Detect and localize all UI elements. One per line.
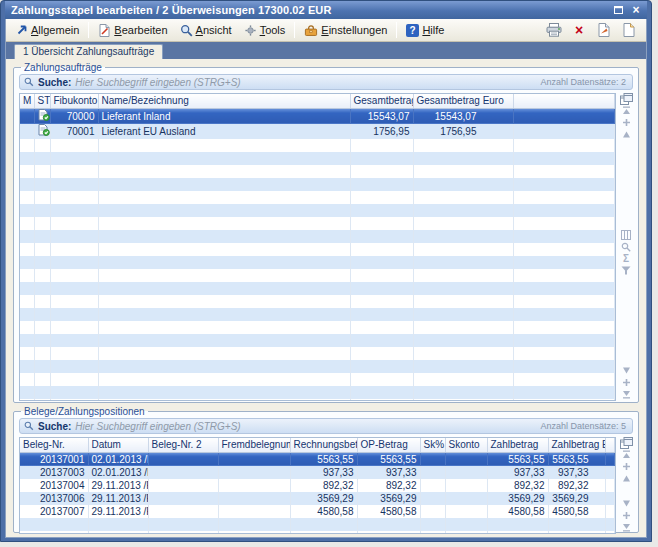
search-bar-auftraege[interactable]: Suche: Anzahl Datensätze: 2 bbox=[19, 74, 633, 90]
column-header[interactable]: Name/Bezeichnung bbox=[98, 94, 350, 108]
table-row[interactable]: 70001Lieferant EU Ausland1756,951756,95 bbox=[20, 124, 615, 139]
table-row[interactable] bbox=[20, 531, 615, 535]
table-row[interactable]: 2013700102.01.2013 /Mi5563,555563,555563… bbox=[20, 452, 615, 466]
table-row[interactable] bbox=[20, 282, 615, 295]
column-header[interactable]: Fibukonto bbox=[50, 94, 98, 108]
close-button[interactable]: × bbox=[628, 3, 644, 17]
table-row[interactable] bbox=[20, 230, 615, 243]
table-row[interactable]: 2013700302.01.2013 /Mi937,33937,33937,33… bbox=[20, 466, 615, 479]
filter-button[interactable] bbox=[621, 266, 632, 275]
table-row[interactable] bbox=[20, 256, 615, 269]
export-button[interactable] bbox=[595, 22, 613, 38]
menu-hilfe[interactable]: ?Hilfe bbox=[400, 21, 450, 40]
insert-row-button[interactable] bbox=[621, 462, 632, 471]
table-row[interactable] bbox=[20, 152, 615, 165]
go-last-button[interactable] bbox=[621, 390, 632, 399]
cell bbox=[350, 230, 413, 243]
table-row[interactable] bbox=[20, 399, 615, 402]
table-row[interactable] bbox=[20, 518, 615, 531]
table-row[interactable] bbox=[20, 373, 615, 386]
search-icon bbox=[24, 77, 34, 87]
column-header[interactable]: Datum bbox=[88, 438, 148, 452]
table-row[interactable] bbox=[20, 191, 615, 204]
go-next-button[interactable] bbox=[621, 499, 632, 508]
column-header[interactable]: Zahlbetrag bbox=[487, 438, 548, 452]
search-input-auftraege[interactable] bbox=[75, 77, 536, 88]
column-header[interactable]: Zahlbetrag Euro bbox=[548, 438, 605, 452]
cell-filler bbox=[513, 282, 615, 295]
cell: 5563,55 bbox=[487, 452, 548, 466]
column-header[interactable]: Rechnungsbetrag bbox=[290, 438, 357, 452]
table-row[interactable]: 70000Lieferant Inland15543,0715543,07 bbox=[20, 108, 615, 124]
cell: 4580,58 bbox=[290, 505, 357, 518]
menu-tools[interactable]: Tools bbox=[238, 21, 292, 40]
sum-button[interactable]: Σ bbox=[621, 254, 632, 263]
table-row[interactable] bbox=[20, 204, 615, 217]
new-button[interactable] bbox=[620, 22, 638, 38]
print-button[interactable] bbox=[545, 22, 563, 38]
cell: 29.11.2013 /Fr bbox=[88, 505, 148, 518]
column-header[interactable]: Beleg-Nr. bbox=[20, 438, 88, 452]
cell bbox=[148, 466, 218, 479]
grid-auftraege: MSTFibukontoName/BezeichnungGesamtbetrag… bbox=[19, 93, 616, 401]
go-last-button[interactable] bbox=[621, 523, 632, 532]
table-row[interactable] bbox=[20, 243, 615, 256]
table-row[interactable] bbox=[20, 386, 615, 399]
table-row[interactable] bbox=[20, 334, 615, 347]
menu-einstellungen[interactable]: Einstellungen bbox=[298, 21, 393, 40]
go-first-button[interactable] bbox=[621, 450, 632, 459]
table-row[interactable] bbox=[20, 139, 615, 152]
search-bar-positionen[interactable]: Suche: Anzahl Datensätze: 5 bbox=[19, 418, 633, 434]
insert-row-button[interactable] bbox=[621, 378, 632, 387]
maximize-button[interactable] bbox=[610, 3, 626, 17]
go-first-button[interactable] bbox=[621, 106, 632, 115]
column-header[interactable]: Beleg-Nr. 2 bbox=[148, 438, 218, 452]
table-row[interactable] bbox=[20, 217, 615, 230]
column-chooser-button[interactable] bbox=[621, 438, 632, 447]
cell: 3569,29 bbox=[357, 492, 420, 505]
cell-filler bbox=[513, 139, 615, 152]
column-header[interactable]: Gesamtbetrag Euro bbox=[413, 94, 513, 108]
cell: 20137006 bbox=[20, 492, 88, 505]
search-input-positionen[interactable] bbox=[75, 421, 536, 432]
zoom-button[interactable] bbox=[621, 242, 632, 251]
table-row[interactable] bbox=[20, 165, 615, 178]
go-previous-button[interactable] bbox=[621, 474, 632, 483]
cell bbox=[20, 531, 88, 535]
column-header[interactable]: ST bbox=[34, 94, 50, 108]
table-row[interactable] bbox=[20, 308, 615, 321]
column-header[interactable]: Gesamtbetrag bbox=[350, 94, 413, 108]
go-previous-button[interactable] bbox=[621, 130, 632, 139]
cell-filler bbox=[513, 165, 615, 178]
column-header[interactable]: OP-Betrag bbox=[357, 438, 420, 452]
column-header[interactable]: Skonto bbox=[445, 438, 487, 452]
column-chooser-button[interactable] bbox=[621, 94, 632, 103]
column-header[interactable]: Sk% bbox=[420, 438, 445, 452]
table-row[interactable] bbox=[20, 360, 615, 373]
insert-row-button[interactable] bbox=[621, 118, 632, 127]
cell bbox=[50, 321, 98, 334]
column-header[interactable]: Fremdbelegnummer bbox=[218, 438, 290, 452]
cell bbox=[350, 360, 413, 373]
table-row[interactable] bbox=[20, 269, 615, 282]
menu-ansicht[interactable]: Ansicht bbox=[174, 21, 238, 40]
go-next-button[interactable] bbox=[621, 366, 632, 375]
tab-uebersicht-zahlungsauftraege[interactable]: 1 Übersicht Zahlungsaufträge bbox=[14, 44, 163, 59]
cell-filler bbox=[513, 191, 615, 204]
insert-row-button[interactable] bbox=[621, 511, 632, 520]
search-icon bbox=[24, 421, 34, 431]
menu-allgemein[interactable]: Allgemein bbox=[10, 21, 85, 39]
cell: 937,33 bbox=[548, 466, 605, 479]
cell bbox=[148, 479, 218, 492]
column-header[interactable]: M bbox=[20, 94, 34, 108]
table-row[interactable] bbox=[20, 295, 615, 308]
table-row[interactable] bbox=[20, 178, 615, 191]
table-row[interactable] bbox=[20, 321, 615, 334]
table-row[interactable]: 2013700729.11.2013 /Fr4580,584580,584580… bbox=[20, 505, 615, 518]
table-row[interactable]: 2013700629.11.2013 /Fr3569,293569,293569… bbox=[20, 492, 615, 505]
table-row[interactable] bbox=[20, 347, 615, 360]
table-row[interactable]: 2013700429.11.2013 /Fr892,32892,32892,32… bbox=[20, 479, 615, 492]
grid-view-button[interactable] bbox=[621, 230, 632, 239]
menu-bearbeiten[interactable]: Bearbeiten bbox=[92, 21, 173, 40]
delete-button[interactable]: × bbox=[570, 22, 588, 38]
